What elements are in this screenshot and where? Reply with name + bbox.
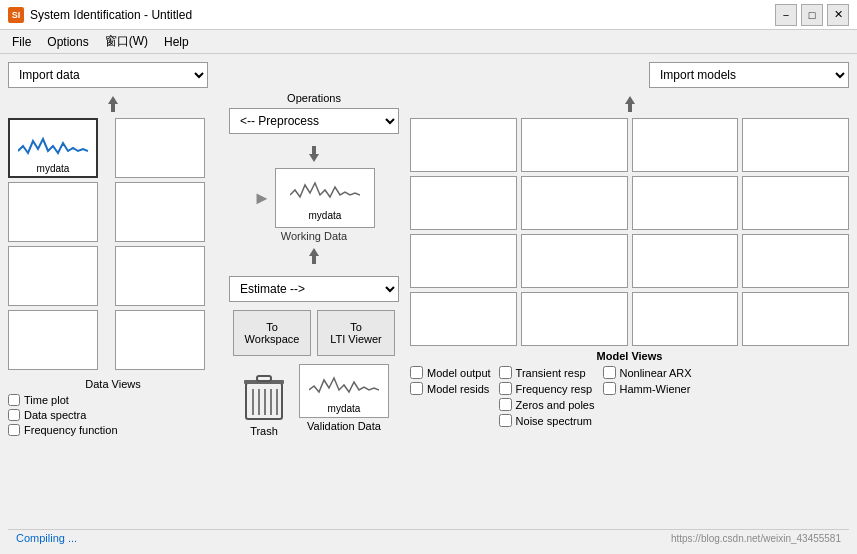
data-cell-7[interactable] bbox=[8, 310, 98, 370]
working-data-label: mydata bbox=[309, 210, 342, 221]
right-arrow-icon: ► bbox=[253, 188, 271, 209]
model-cell-5[interactable] bbox=[410, 176, 517, 230]
svg-marker-2 bbox=[309, 248, 319, 264]
trash-area: Trash bbox=[239, 368, 289, 437]
model-cell-14[interactable] bbox=[521, 292, 628, 346]
app-icon: SI bbox=[8, 7, 24, 23]
transient-resp-row: Transient resp bbox=[499, 366, 595, 379]
data-cell-mydata[interactable]: mydata bbox=[8, 118, 98, 178]
data-panel: mydata Data Views Time plot bbox=[8, 92, 218, 529]
data-cell-8[interactable] bbox=[115, 310, 205, 370]
data-cell-label-mydata: mydata bbox=[37, 163, 70, 174]
working-data-row: ► mydata bbox=[253, 168, 375, 228]
model-cell-9[interactable] bbox=[410, 234, 517, 288]
import-arrow bbox=[8, 94, 218, 116]
model-cell-16[interactable] bbox=[742, 292, 849, 346]
noise-spectrum-label: Noise spectrum bbox=[516, 415, 592, 427]
freq-resp-label: Frequency resp bbox=[516, 383, 592, 395]
model-cell-10[interactable] bbox=[521, 234, 628, 288]
model-resids-checkbox[interactable] bbox=[410, 382, 423, 395]
window-controls: − □ ✕ bbox=[775, 4, 849, 26]
model-cell-4[interactable] bbox=[742, 118, 849, 172]
working-data-cell[interactable]: mydata bbox=[275, 168, 375, 228]
model-cell-12[interactable] bbox=[742, 234, 849, 288]
estimate-dropdown[interactable]: Estimate --> bbox=[229, 276, 399, 302]
model-views-section: Model Views Model output Model resids bbox=[410, 350, 849, 427]
import-data-dropdown[interactable]: Import data bbox=[8, 62, 208, 88]
to-workspace-label: ToWorkspace bbox=[245, 321, 300, 345]
model-cell-6[interactable] bbox=[521, 176, 628, 230]
to-lti-viewer-button[interactable]: ToLTI Viewer bbox=[317, 310, 395, 356]
validation-data-cell[interactable]: mydata bbox=[299, 364, 389, 418]
trash-icon[interactable] bbox=[239, 368, 289, 423]
freq-function-checkbox[interactable] bbox=[8, 424, 20, 436]
noise-spectrum-row: Noise spectrum bbox=[499, 414, 595, 427]
validation-data-label: mydata bbox=[328, 403, 361, 414]
trash-validation-row: Trash mydata Validation Data bbox=[239, 364, 389, 437]
zeros-poles-checkbox[interactable] bbox=[499, 398, 512, 411]
nonlinear-arx-row: Nonlinear ARX bbox=[603, 366, 692, 379]
model-views-col2: Transient resp Frequency resp Zeros and … bbox=[499, 366, 595, 427]
model-cell-15[interactable] bbox=[632, 292, 739, 346]
content-area: mydata Data Views Time plot bbox=[8, 92, 849, 529]
model-cell-1[interactable] bbox=[410, 118, 517, 172]
data-spectra-checkbox[interactable] bbox=[8, 409, 20, 421]
minimize-button[interactable]: − bbox=[775, 4, 797, 26]
nonlinear-arx-label: Nonlinear ARX bbox=[620, 367, 692, 379]
freq-resp-checkbox[interactable] bbox=[499, 382, 512, 395]
menu-file[interactable]: File bbox=[4, 33, 39, 51]
title-bar: SI System Identification - Untitled − □ … bbox=[0, 0, 857, 30]
main-content: Import data Import models bbox=[0, 54, 857, 554]
preprocess-dropdown[interactable]: <-- Preprocess bbox=[229, 108, 399, 134]
close-button[interactable]: ✕ bbox=[827, 4, 849, 26]
model-views: Model output Model resids Transient resp bbox=[410, 366, 849, 427]
validation-area: mydata Validation Data bbox=[299, 364, 389, 432]
data-grid: mydata bbox=[8, 118, 218, 370]
data-spectra-row: Data spectra bbox=[8, 409, 218, 421]
transient-resp-checkbox[interactable] bbox=[499, 366, 512, 379]
working-data-sublabel: Working Data bbox=[281, 230, 347, 242]
models-grid bbox=[410, 118, 849, 346]
data-cell-6[interactable] bbox=[115, 246, 205, 306]
zeros-poles-row: Zeros and poles bbox=[499, 398, 595, 411]
data-cell-2[interactable] bbox=[115, 118, 205, 178]
svg-marker-1 bbox=[309, 146, 319, 162]
transient-resp-label: Transient resp bbox=[516, 367, 586, 379]
time-plot-checkbox[interactable] bbox=[8, 394, 20, 406]
data-spectra-label: Data spectra bbox=[24, 409, 86, 421]
model-cell-7[interactable] bbox=[632, 176, 739, 230]
hamm-wiener-checkbox[interactable] bbox=[603, 382, 616, 395]
data-cell-4[interactable] bbox=[115, 182, 205, 242]
freq-function-label: Frequency function bbox=[24, 424, 118, 436]
models-import-arrow bbox=[410, 94, 849, 116]
svg-rect-10 bbox=[257, 376, 271, 381]
menu-window[interactable]: 窗口(W) bbox=[97, 31, 156, 52]
window-title: System Identification - Untitled bbox=[30, 8, 775, 22]
model-cell-8[interactable] bbox=[742, 176, 849, 230]
model-output-checkbox[interactable] bbox=[410, 366, 423, 379]
data-cell-5[interactable] bbox=[8, 246, 98, 306]
freq-resp-row: Frequency resp bbox=[499, 382, 595, 395]
data-cell-3[interactable] bbox=[8, 182, 98, 242]
noise-spectrum-checkbox[interactable] bbox=[499, 414, 512, 427]
menu-help[interactable]: Help bbox=[156, 33, 197, 51]
hamm-wiener-row: Hamm-Wiener bbox=[603, 382, 692, 395]
import-data-section: Import data bbox=[8, 62, 208, 88]
nonlinear-arx-checkbox[interactable] bbox=[603, 366, 616, 379]
model-cell-11[interactable] bbox=[632, 234, 739, 288]
time-plot-label: Time plot bbox=[24, 394, 69, 406]
model-cell-13[interactable] bbox=[410, 292, 517, 346]
time-plot-row: Time plot bbox=[8, 394, 218, 406]
menu-options[interactable]: Options bbox=[39, 33, 96, 51]
maximize-button[interactable]: □ bbox=[801, 4, 823, 26]
to-lti-label: ToLTI Viewer bbox=[330, 321, 382, 345]
status-bar: Compiling ... https://blog.csdn.net/weix… bbox=[8, 529, 849, 546]
model-cell-3[interactable] bbox=[632, 118, 739, 172]
menu-bar: File Options 窗口(W) Help bbox=[0, 30, 857, 54]
to-workspace-button[interactable]: ToWorkspace bbox=[233, 310, 311, 356]
hamm-wiener-label: Hamm-Wiener bbox=[620, 383, 691, 395]
import-models-dropdown[interactable]: Import models bbox=[649, 62, 849, 88]
estimate-arrow bbox=[303, 246, 325, 268]
model-resids-label: Model resids bbox=[427, 383, 489, 395]
model-cell-2[interactable] bbox=[521, 118, 628, 172]
